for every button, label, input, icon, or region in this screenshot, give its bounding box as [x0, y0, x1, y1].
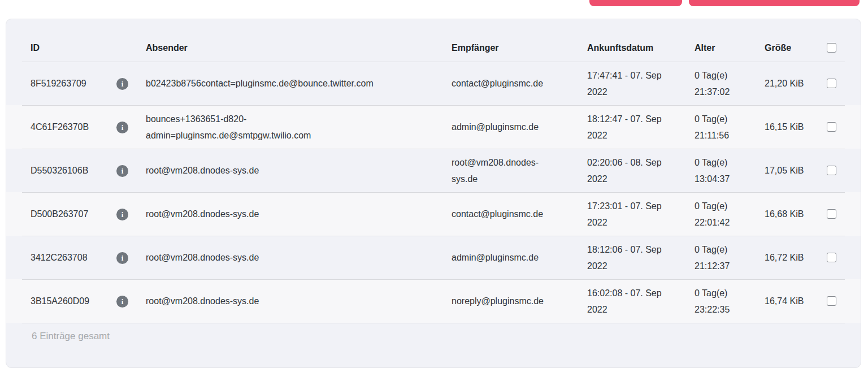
table-header: ID Absender Empfänger Ankunftsdatum Alte… [6, 19, 861, 62]
row-checkbox[interactable] [827, 79, 836, 88]
table-row: D500B263707 i root@vm208.dnodes-sys.de c… [6, 192, 861, 236]
age-value: 0 Tag(e) 21:37:02 [695, 67, 765, 100]
arrival-date: 17:47:41 - 07. Sep 2022 [587, 67, 695, 100]
info-icon[interactable]: i [116, 78, 128, 90]
table-row: 3412C263708 i root@vm208.dnodes-sys.de a… [6, 236, 861, 279]
arrival-date: 18:12:06 - 07. Sep 2022 [587, 241, 695, 274]
size-value: 16,68 KiB [765, 206, 827, 222]
age-value: 0 Tag(e) 22:01:42 [695, 198, 765, 231]
info-icon[interactable]: i [116, 209, 128, 220]
row-checkbox[interactable] [827, 166, 836, 175]
info-cell: i [116, 162, 146, 179]
message-id: 3412C263708 [6, 249, 116, 266]
info-icon[interactable]: i [116, 252, 128, 264]
size-value: 16,15 KiB [765, 119, 827, 135]
message-id: 4C61F26370B [6, 119, 116, 135]
info-cell: i [116, 249, 146, 266]
message-id: 8F519263709 [6, 75, 116, 92]
age-value: 0 Tag(e) 23:22:35 [695, 285, 765, 318]
size-value: 16,74 KiB [765, 293, 827, 309]
row-checkbox[interactable] [827, 209, 836, 219]
info-icon[interactable]: i [116, 296, 128, 308]
sender-address: root@vm208.dnodes-sys.de [146, 206, 452, 222]
recipient-address: admin@pluginsmc.de [452, 119, 587, 135]
sender-address: b02423b8756contact=pluginsmc.de@bounce.t… [146, 75, 452, 92]
message-id: D550326106B [6, 162, 116, 179]
info-icon-glyph: i [121, 298, 124, 305]
info-icon-glyph: i [121, 254, 124, 262]
column-header-arrival: Ankunftsdatum [587, 43, 695, 53]
row-checkbox[interactable] [827, 253, 836, 262]
select-all-checkbox[interactable] [827, 43, 836, 53]
toolbar-button-left[interactable] [589, 0, 682, 6]
sender-address: root@vm208.dnodes-sys.de [146, 293, 452, 309]
recipient-address: root@vm208.dnodes-sys.de [452, 154, 587, 187]
age-value: 0 Tag(e) 21:11:56 [695, 111, 765, 144]
arrival-date: 02:20:06 - 08. Sep 2022 [587, 154, 695, 187]
message-id: D500B263707 [6, 206, 116, 222]
info-icon[interactable]: i [116, 165, 128, 177]
sender-address: bounces+1363651-d820-admin=pluginsmc.de@… [146, 111, 452, 144]
size-value: 21,20 KiB [765, 75, 827, 92]
age-value: 0 Tag(e) 13:04:37 [695, 154, 765, 187]
arrival-date: 16:02:08 - 07. Sep 2022 [587, 285, 695, 318]
recipient-address: admin@pluginsmc.de [452, 249, 587, 266]
row-checkbox[interactable] [827, 122, 836, 132]
table-body: 8F519263709 i b02423b8756contact=plugins… [6, 62, 861, 323]
column-header-recipient: Empfänger [452, 43, 587, 53]
info-cell: i [116, 75, 146, 92]
column-header-select [827, 43, 861, 53]
table-row: 3B15A260D09 i root@vm208.dnodes-sys.de n… [6, 279, 861, 323]
total-entries-label: 6 Einträge gesamt [32, 331, 110, 341]
column-header-size: Größe [765, 43, 827, 53]
sender-address: root@vm208.dnodes-sys.de [146, 249, 452, 266]
arrival-date: 18:12:47 - 07. Sep 2022 [587, 111, 695, 144]
recipient-address: noreply@pluginsmc.de [452, 293, 587, 309]
select-cell [827, 209, 861, 219]
size-value: 17,05 KiB [765, 162, 827, 179]
select-cell [827, 166, 861, 175]
age-value: 0 Tag(e) 21:12:37 [695, 241, 765, 274]
select-cell [827, 296, 861, 306]
mail-queue-page: ID Absender Empfänger Ankunftsdatum Alte… [0, 0, 868, 381]
info-cell: i [116, 293, 146, 309]
recipient-address: contact@pluginsmc.de [452, 206, 587, 222]
info-cell: i [116, 206, 146, 222]
toolbar-button-right[interactable] [689, 0, 860, 6]
table-footer: 6 Einträge gesamt [6, 323, 861, 368]
size-value: 16,72 KiB [765, 249, 827, 266]
info-icon[interactable]: i [116, 122, 128, 133]
column-header-age: Alter [695, 43, 765, 53]
select-cell [827, 122, 861, 132]
info-icon-glyph: i [121, 124, 124, 131]
arrival-date: 17:23:01 - 07. Sep 2022 [587, 198, 695, 231]
column-header-sender: Absender [146, 43, 452, 53]
table-row: D550326106B i root@vm208.dnodes-sys.de r… [6, 149, 861, 192]
info-icon-glyph: i [121, 167, 124, 175]
select-cell [827, 253, 861, 262]
table-row: 8F519263709 i b02423b8756contact=plugins… [6, 62, 861, 105]
sender-address: root@vm208.dnodes-sys.de [146, 162, 452, 179]
column-header-id: ID [6, 43, 116, 53]
info-icon-glyph: i [121, 211, 124, 218]
info-icon-glyph: i [121, 80, 124, 88]
mail-queue-card: ID Absender Empfänger Ankunftsdatum Alte… [6, 19, 861, 368]
table-row: 4C61F26370B i bounces+1363651-d820-admin… [6, 105, 861, 149]
row-checkbox[interactable] [827, 296, 836, 306]
message-id: 3B15A260D09 [6, 293, 116, 309]
info-cell: i [116, 119, 146, 135]
select-cell [827, 79, 861, 88]
recipient-address: contact@pluginsmc.de [452, 75, 587, 92]
